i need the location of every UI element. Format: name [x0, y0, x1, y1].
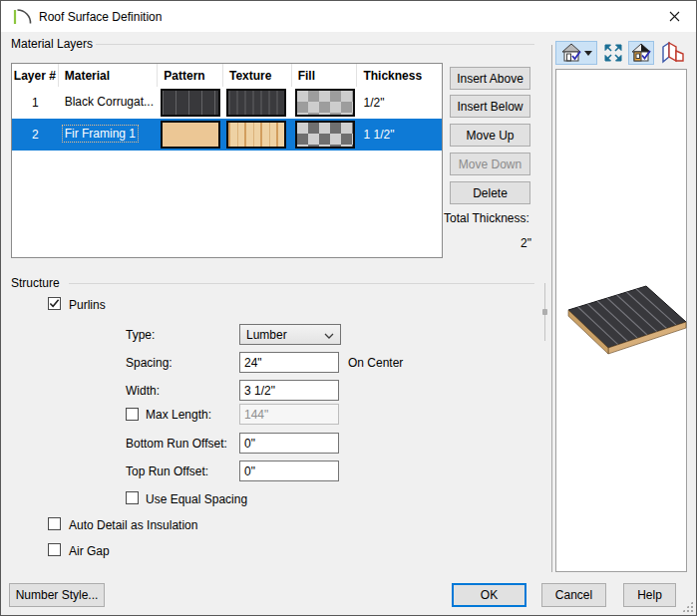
spacing-label: Spacing: — [126, 356, 173, 370]
width-input[interactable] — [239, 380, 339, 401]
max-length-label: Max Length: — [146, 408, 211, 422]
material-name-cell[interactable]: Black Corrugat... — [59, 93, 158, 114]
top-run-offset-input[interactable] — [239, 461, 339, 481]
delete-button[interactable]: Delete — [450, 181, 530, 204]
close-button[interactable] — [653, 2, 695, 31]
type-label: Type: — [126, 328, 155, 342]
layer-number-cell[interactable]: 2 — [12, 128, 59, 142]
header-thickness: Thickness — [357, 64, 442, 87]
table-row-layer-1[interactable]: 1 Black Corrugat... 1/2" — [12, 87, 442, 119]
table-header-row: Layer # Material Pattern Texture Fill Th… — [12, 64, 442, 87]
layer-number-cell[interactable]: 1 — [12, 96, 59, 110]
header-layer-number: Layer # — [12, 64, 59, 87]
window-title: Roof Surface Definition — [39, 10, 162, 24]
cancel-button[interactable]: Cancel — [541, 583, 606, 607]
pattern-swatch[interactable] — [161, 89, 220, 117]
header-pattern: Pattern — [158, 64, 223, 87]
texture-swatch[interactable] — [226, 89, 286, 117]
titlebar: Roof Surface Definition — [1, 1, 696, 32]
fill-window-arrows-icon — [603, 43, 623, 63]
fill-swatch[interactable] — [295, 89, 355, 117]
header-fill: Fill — [292, 64, 358, 87]
pane-divider — [551, 45, 552, 572]
auto-detail-insulation-label: Auto Detail as Insulation — [69, 518, 197, 532]
material-layers-group-line — [96, 44, 534, 45]
move-down-button[interactable]: Move Down — [450, 153, 530, 175]
splitter-grip-dot[interactable] — [542, 309, 547, 315]
dropdown-arrow-icon — [584, 51, 592, 56]
pattern-swatch[interactable] — [161, 121, 220, 149]
total-thickness-label: Total Thickness: — [444, 211, 529, 225]
purlins-checkbox[interactable] — [48, 297, 61, 310]
spacing-input[interactable] — [239, 352, 339, 373]
max-length-input[interactable] — [239, 404, 339, 425]
thickness-cell[interactable]: 1/2" — [358, 96, 442, 110]
top-run-offset-label: Top Run Offset: — [126, 464, 208, 478]
roof-surface-definition-dialog: Roof Surface Definition Material Layers … — [0, 0, 697, 616]
bottom-run-offset-label: Bottom Run Offset: — [126, 437, 227, 451]
use-equal-spacing-label: Use Equal Spacing — [146, 492, 247, 506]
material-layers-group-label: Material Layers — [11, 37, 93, 51]
roof-preview-image — [556, 274, 688, 394]
resize-grip[interactable] — [682, 601, 693, 612]
total-thickness-value: 2" — [444, 236, 531, 250]
material-layers-table[interactable]: Layer # Material Pattern Texture Fill Th… — [11, 63, 443, 258]
ok-button[interactable]: OK — [452, 583, 526, 607]
move-up-button[interactable]: Move Up — [450, 124, 530, 147]
max-length-checkbox[interactable] — [126, 408, 139, 421]
width-label: Width: — [126, 384, 160, 398]
close-icon — [669, 11, 680, 22]
surface-layers-button[interactable] — [658, 39, 686, 66]
bottom-run-offset-input[interactable] — [239, 433, 339, 454]
use-equal-spacing-checkbox[interactable] — [126, 491, 139, 504]
fill-window-button[interactable] — [600, 41, 625, 65]
air-gap-checkbox[interactable] — [48, 543, 61, 556]
insert-above-button[interactable]: Insert Above — [450, 67, 530, 90]
texture-swatch[interactable] — [226, 121, 286, 149]
help-button[interactable]: Help — [623, 583, 676, 607]
on-center-label: On Center — [348, 356, 403, 370]
color-house-icon — [630, 43, 652, 63]
plan-view-house-icon — [560, 43, 582, 63]
structure-group-line — [69, 283, 534, 284]
header-material: Material — [59, 64, 159, 87]
color-toggle-button[interactable] — [628, 41, 654, 65]
plan-view-button[interactable] — [555, 41, 597, 65]
thickness-cell[interactable]: 1 1/2" — [358, 128, 442, 142]
air-gap-label: Air Gap — [69, 544, 110, 558]
3d-preview-panel[interactable] — [555, 69, 687, 572]
roof-layers-icon — [659, 41, 685, 65]
type-select[interactable]: Lumber — [239, 324, 341, 345]
insert-below-button[interactable]: Insert Below — [450, 95, 530, 118]
roof-tool-icon — [12, 8, 32, 29]
number-style-button[interactable]: Number Style... — [9, 583, 105, 607]
fill-swatch[interactable] — [295, 121, 355, 149]
table-row-layer-2[interactable]: 2 Fir Framing 1 1 1/2" — [12, 119, 442, 151]
chevron-down-icon — [324, 333, 334, 339]
material-name-cell[interactable]: Fir Framing 1 — [59, 125, 158, 146]
purlins-label: Purlins — [69, 298, 106, 312]
structure-group-label: Structure — [11, 276, 60, 290]
auto-detail-insulation-checkbox[interactable] — [48, 517, 61, 530]
header-texture: Texture — [223, 64, 292, 87]
